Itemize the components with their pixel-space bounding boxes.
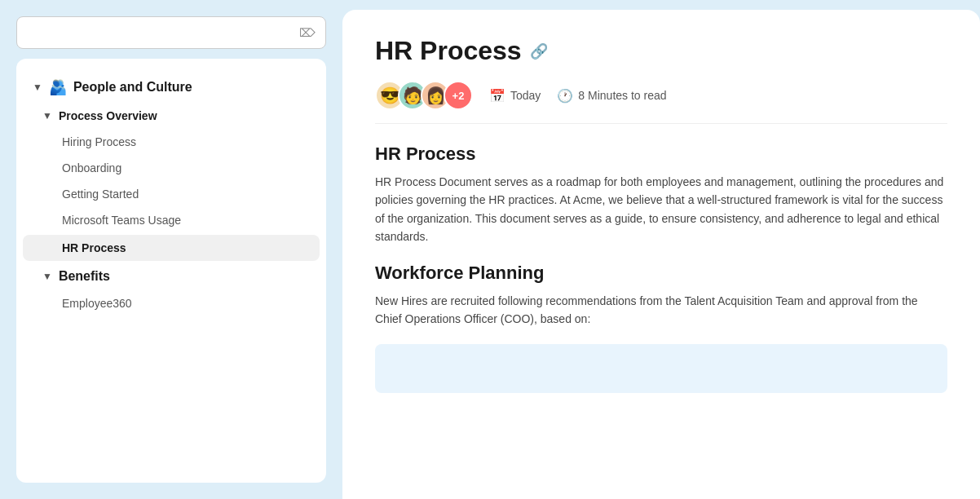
sidebar-item-hr-process[interactable]: HR Process bbox=[23, 235, 320, 261]
sidebar-item-employee360[interactable]: Employee360 bbox=[16, 290, 326, 316]
section-people-and-culture: ▼ 🫂 People and Culture ▼ Process Overvie… bbox=[16, 72, 326, 261]
people-icon: 🫂 bbox=[49, 78, 67, 96]
page-title: HR Process bbox=[375, 36, 522, 66]
content-workforce-planning-heading: Workforce Planning bbox=[375, 263, 947, 284]
content-workforce-planning: Workforce Planning New Hires are recruit… bbox=[375, 263, 947, 329]
sidebar-panel: ▼ 🫂 People and Culture ▼ Process Overvie… bbox=[16, 59, 326, 483]
content-workforce-planning-body: New Hires are recruited following recomm… bbox=[375, 292, 947, 329]
chevron-down-icon: ▼ bbox=[33, 82, 42, 93]
main-content: HR Process 🔗 😎 🧑 👩 +2 📅 Today 🕐 8 Minute… bbox=[342, 10, 980, 499]
sidebar-item-getting-started[interactable]: Getting Started bbox=[16, 181, 326, 207]
meta-date-label: Today bbox=[510, 89, 541, 102]
clock-icon: 🕐 bbox=[557, 88, 573, 104]
filter-icon[interactable]: ⌦ bbox=[299, 26, 316, 39]
sidebar-item-microsoft-teams[interactable]: Microsoft Teams Usage bbox=[16, 207, 326, 233]
meta-read-time-label: 8 Minutes to read bbox=[578, 89, 666, 102]
chevron-down-icon-3: ▼ bbox=[42, 271, 52, 282]
section-benefits-label: Benefits bbox=[59, 269, 110, 284]
page-title-row: HR Process 🔗 bbox=[375, 36, 947, 66]
content-hr-process: HR Process HR Process Document serves as… bbox=[375, 144, 947, 246]
subsection-process-overview: ▼ Process Overview Hiring Process Onboar… bbox=[16, 103, 326, 233]
search-input[interactable] bbox=[27, 26, 299, 39]
avatar-group: 😎 🧑 👩 +2 bbox=[375, 81, 473, 110]
avatar-more: +2 bbox=[444, 81, 473, 110]
subsection-process-overview-label: Process Overview bbox=[59, 109, 157, 122]
search-bar[interactable]: ⌦ bbox=[16, 16, 326, 49]
sidebar-area: ⌦ ▼ 🫂 People and Culture ▼ Process Overv… bbox=[0, 0, 342, 499]
meta-read-time: 🕐 8 Minutes to read bbox=[557, 88, 666, 104]
meta-date: 📅 Today bbox=[489, 88, 541, 104]
chevron-down-icon-2: ▼ bbox=[42, 110, 52, 121]
calendar-icon: 📅 bbox=[489, 88, 505, 104]
section-people-and-culture-header[interactable]: ▼ 🫂 People and Culture bbox=[16, 72, 326, 103]
content-hr-process-body: HR Process Document serves as a roadmap … bbox=[375, 173, 947, 246]
sidebar-item-hiring-process[interactable]: Hiring Process bbox=[16, 129, 326, 155]
sidebar-item-onboarding[interactable]: Onboarding bbox=[16, 155, 326, 181]
subsection-process-overview-header[interactable]: ▼ Process Overview bbox=[16, 103, 326, 129]
content-hr-process-heading: HR Process bbox=[375, 144, 947, 165]
link-icon[interactable]: 🔗 bbox=[530, 42, 548, 60]
meta-row: 😎 🧑 👩 +2 📅 Today 🕐 8 Minutes to read bbox=[375, 81, 947, 124]
section-people-and-culture-label: People and Culture bbox=[73, 80, 192, 95]
section-benefits-header[interactable]: ▼ Benefits bbox=[16, 263, 326, 290]
blue-content-block bbox=[375, 344, 947, 393]
section-benefits: ▼ Benefits Employee360 bbox=[16, 263, 326, 316]
